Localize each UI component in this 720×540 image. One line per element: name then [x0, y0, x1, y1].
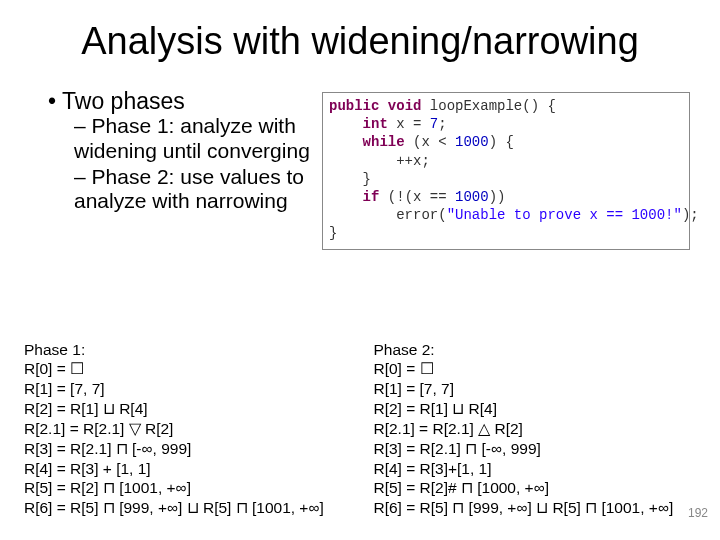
slide: Analysis with widening/narrowing Two pha…: [0, 0, 720, 540]
phase2-r4: R[4] = R[3]+[1, 1]: [373, 459, 696, 479]
phase1-r4: R[4] = R[3] + [1, 1]: [24, 459, 347, 479]
code-text: (x <: [405, 134, 455, 150]
phase2-r0: R[0] = ☐: [373, 359, 696, 379]
bullet-phase2: Phase 2: use values to analyze with narr…: [74, 165, 328, 213]
phase2-title: Phase 2:: [373, 340, 696, 360]
code-text: ) {: [489, 134, 514, 150]
kw-while: while: [329, 134, 405, 150]
code-snippet: public void loopExample() { int x = 7; w…: [322, 92, 690, 250]
phase1-r3: R[3] = R[2.1] ⊓ [-∞, 999]: [24, 439, 347, 459]
num-1000b: 1000: [455, 189, 489, 205]
phase2-r21: R[2.1] = R[2.1] △ R[2]: [373, 419, 696, 439]
code-text: );: [682, 207, 699, 223]
phase1-r1: R[1] = [7, 7]: [24, 379, 347, 399]
phase2-r3: R[3] = R[2.1] ⊓ [-∞, 999]: [373, 439, 696, 459]
code-text: )): [489, 189, 506, 205]
code-text: error(: [329, 207, 447, 223]
kw-int: int: [329, 116, 388, 132]
bullet-lvl1: Two phases Phase 1: analyze with widenin…: [48, 88, 328, 213]
bullet-lvl1-text: Two phases: [62, 88, 185, 114]
phase1-column: Phase 1: R[0] = ☐ R[1] = [7, 7] R[2] = R…: [24, 340, 347, 518]
phase1-r6: R[6] = R[5] ⊓ [999, +∞] ⊔ R[5] ⊓ [1001, …: [24, 498, 347, 518]
kw-void: void: [379, 98, 421, 114]
code-text: }: [329, 171, 371, 187]
num-1000: 1000: [455, 134, 489, 150]
phase1-title: Phase 1:: [24, 340, 347, 360]
phase1-r2: R[2] = R[1] ⊔ R[4]: [24, 399, 347, 419]
code-text: ++x;: [329, 153, 430, 169]
phase2-r5: R[5] = R[2]# ⊓ [1000, +∞]: [373, 478, 696, 498]
kw-if: if: [329, 189, 379, 205]
phase2-column: Phase 2: R[0] = ☐ R[1] = [7, 7] R[2] = R…: [373, 340, 696, 518]
bullet-area: Two phases Phase 1: analyze with widenin…: [48, 88, 328, 217]
kw-public: public: [329, 98, 379, 114]
phase2-r2: R[2] = R[1] ⊔ R[4]: [373, 399, 696, 419]
code-text: }: [329, 225, 337, 241]
code-text: loopExample() {: [421, 98, 555, 114]
slide-title: Analysis with widening/narrowing: [0, 20, 720, 63]
phase2-r6: R[6] = R[5] ⊓ [999, +∞] ⊔ R[5] ⊓ [1001, …: [373, 498, 696, 518]
string-literal: "Unable to prove x == 1000!": [447, 207, 682, 223]
code-text: (!(x ==: [379, 189, 455, 205]
num-7: 7: [430, 116, 438, 132]
page-number: 192: [688, 506, 708, 520]
phase1-r5: R[5] = R[2] ⊓ [1001, +∞]: [24, 478, 347, 498]
phases-area: Phase 1: R[0] = ☐ R[1] = [7, 7] R[2] = R…: [24, 340, 696, 518]
code-text: ;: [438, 116, 446, 132]
code-text: x =: [388, 116, 430, 132]
phase1-r21: R[2.1] = R[2.1] ▽ R[2]: [24, 419, 347, 439]
phase2-r1: R[1] = [7, 7]: [373, 379, 696, 399]
phase1-r0: R[0] = ☐: [24, 359, 347, 379]
bullet-phase1: Phase 1: analyze with widening until con…: [74, 114, 328, 162]
